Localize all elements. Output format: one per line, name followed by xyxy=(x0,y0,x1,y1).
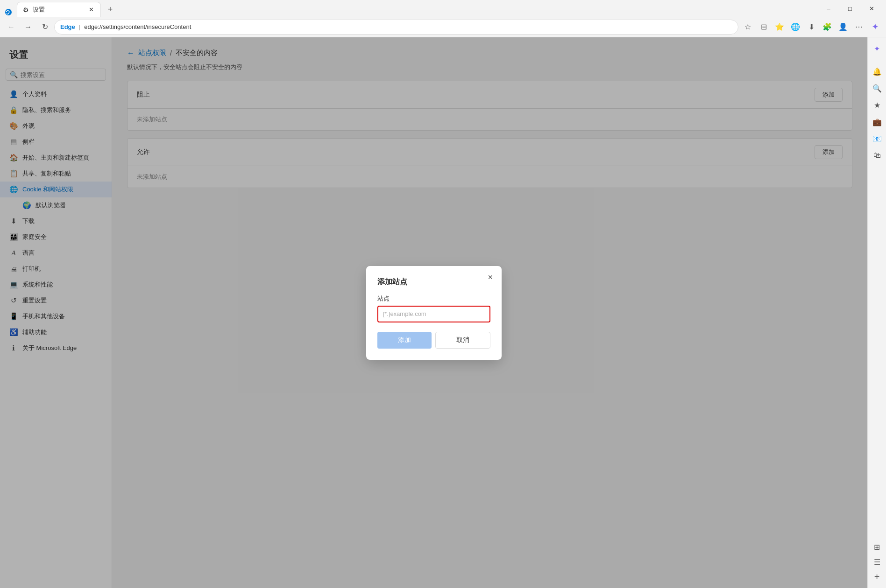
extensions-button[interactable]: 🧩 xyxy=(820,20,835,35)
sidebar-settings-button[interactable]: ☰ xyxy=(870,554,885,569)
dialog-cancel-button[interactable]: 取消 xyxy=(435,332,490,349)
dialog-actions: 添加 取消 xyxy=(377,332,490,349)
address-bar[interactable]: Edge | edge://settings/content/insecureC… xyxy=(54,20,738,35)
main-content: ← 站点权限 / 不安全的内容 默认情况下，安全站点会阻止不安全的内容 阻止 添… xyxy=(112,37,867,588)
dialog-overlay: 添加站点 ✕ 站点 添加 取消 xyxy=(112,37,867,588)
favorites-button[interactable]: ☆ xyxy=(740,20,755,35)
outlook-sidebar-button[interactable]: 📧 xyxy=(870,131,885,146)
minimize-button[interactable]: – xyxy=(818,0,839,17)
new-tab-button[interactable]: + xyxy=(103,2,118,17)
settings-tab[interactable]: ⚙ 设置 ✕ xyxy=(17,2,101,17)
reading-view-button[interactable]: ⊟ xyxy=(756,20,771,35)
profile-button[interactable]: 👤 xyxy=(836,20,851,35)
copilot-button[interactable]: ✦ xyxy=(867,20,882,35)
address-text: edge://settings/content/insecureContent xyxy=(84,23,732,30)
dialog-title: 添加站点 xyxy=(377,277,490,287)
field-label: 站点 xyxy=(377,294,490,303)
shopping-sidebar-button[interactable]: 🛍 xyxy=(870,148,885,163)
add-site-dialog: 添加站点 ✕ 站点 添加 取消 xyxy=(366,266,502,360)
downloads-button[interactable]: ⬇ xyxy=(804,20,819,35)
copilot-sidebar-button[interactable]: ✦ xyxy=(870,41,885,56)
sidebar-separator xyxy=(872,60,883,60)
more-menu-button[interactable]: ⋯ xyxy=(851,20,866,35)
tab-title: 设置 xyxy=(33,6,84,14)
browser-app-icon xyxy=(4,7,13,17)
forward-button[interactable]: → xyxy=(21,20,35,35)
back-button[interactable]: ← xyxy=(4,20,19,35)
refresh-button[interactable]: ↻ xyxy=(37,20,52,35)
dialog-close-button[interactable]: ✕ xyxy=(485,272,496,283)
favorites-bar-button[interactable]: ⭐ xyxy=(772,20,787,35)
browser-essentials-button[interactable]: 🌐 xyxy=(788,20,803,35)
right-sidebar: ✦ 🔔 🔍 ★ 💼 📧 🛍 ⊞ ☰ + xyxy=(867,37,886,588)
site-icon: Edge xyxy=(60,23,75,30)
search-sidebar-button[interactable]: 🔍 xyxy=(870,81,885,96)
site-input[interactable] xyxy=(377,306,490,322)
maximize-button[interactable]: □ xyxy=(839,0,861,17)
customize-sidebar-button[interactable]: ⊞ xyxy=(870,539,885,554)
tab-favicon: ⚙ xyxy=(23,6,29,14)
close-button[interactable]: ✕ xyxy=(861,0,882,17)
wallet-sidebar-button[interactable]: 💼 xyxy=(870,114,885,129)
notifications-sidebar-button[interactable]: 🔔 xyxy=(870,64,885,79)
collections-sidebar-button[interactable]: ★ xyxy=(870,98,885,112)
add-sidebar-button[interactable]: + xyxy=(870,569,885,584)
dialog-add-button[interactable]: 添加 xyxy=(377,332,432,349)
tab-close-button[interactable]: ✕ xyxy=(87,6,95,14)
